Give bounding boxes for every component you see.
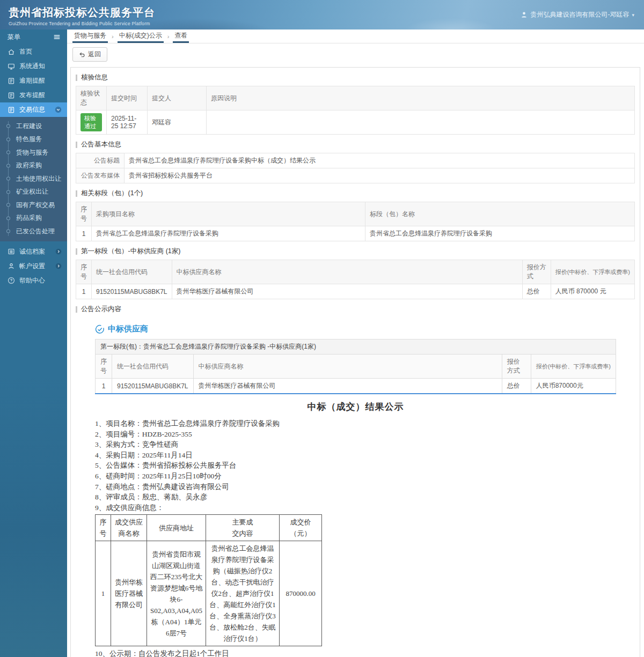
announcement-line: 8、评审成员：殷忠、蒋励、吴永彦 [95, 492, 616, 503]
sidebar-subitem-mining-rights[interactable]: 矿业权出让 [0, 186, 67, 199]
announcement-line: 9、成交供应商信息： [95, 503, 616, 513]
status-badge: 核验通过 [80, 113, 102, 131]
person-icon [8, 262, 15, 270]
sidebar-subitem-government-procurement[interactable]: 政府采购 [0, 159, 67, 173]
sidebar-subitem-drug-procurement[interactable]: 药品采购 [0, 212, 67, 225]
publication-supplier-table: 第一标段(包)：贵州省总工会息烽温泉疗养院理疗设备采购 -中标供应商(1家) 序… [95, 339, 616, 394]
section-title-basic-info: 公告基本信息 [71, 135, 640, 153]
breadcrumb-separator: › [164, 29, 173, 43]
table-row: 公告发布媒体 贵州省招标投标公共服务平台 [76, 168, 635, 183]
winning-supplier-heading: 中标供应商 [95, 320, 616, 339]
page: 贵州省招标投标公共服务平台 GuiZhou Province Tendering… [0, 0, 644, 657]
user-menu[interactable]: 贵州弘典建设咨询有限公司-邓廷容 ▾ [521, 10, 644, 19]
section-name: 贵州省总工会息烽温泉疗养院理疗设备采购 [365, 226, 635, 241]
caret-down-icon: ▾ [632, 12, 634, 18]
question-circle-icon [8, 277, 15, 284]
sidebar-subitem-goods-services[interactable]: 货物与服务 [0, 146, 67, 159]
col-header: 标段（包）名称 [365, 202, 635, 226]
back-button-label: 返回 [88, 50, 101, 59]
back-button[interactable]: 返回 [72, 47, 107, 62]
list-icon [8, 248, 15, 255]
sidebar-item-system-notice[interactable]: 系统通知 [0, 59, 67, 73]
sidebar-item-overdue-reminder[interactable]: 逾期提醒 [0, 73, 67, 88]
announcement-lines-after: 10、公示期：自公告发布之日起1个工作日11、其他补充事宜：项目用途、简要技术要… [95, 648, 616, 657]
user-name: 贵州弘典建设咨询有限公司-邓廷容 [530, 10, 629, 19]
chevron-down-circle-icon [55, 106, 62, 113]
hamburger-icon[interactable] [53, 33, 61, 41]
announcement-line: 7、磋商地点：贵州弘典建设咨询有限公司 [95, 482, 616, 492]
submit-time: 2025-11-25 12:57 [107, 110, 148, 135]
sidebar-item-publish-reminder[interactable]: 发布提醒 [0, 88, 67, 102]
menu-label: 菜单 [8, 33, 20, 42]
col-header: 中标供应商名称 [193, 355, 502, 379]
section-marker [76, 142, 77, 148]
row-index: 1 [76, 284, 92, 299]
table-row: 1 91520115MABUG8BK7L 贵州华栋医疗器械有限公司 总价 人民币… [76, 284, 635, 299]
page-title: 贵州省招标投标公共服务平台 [9, 5, 155, 20]
sidebar-item-label: 帮助中心 [19, 276, 62, 285]
col-header: 中标供应商名称 [172, 260, 522, 284]
col-header: 统一社会信用代码 [92, 260, 172, 284]
sidebar-subitem-state-property[interactable]: 国有产权交易 [0, 198, 67, 212]
section-title-publication-content: 公告公示内容 [71, 299, 640, 318]
breadcrumb-view[interactable]: 查看 [173, 29, 189, 43]
quote-value: 人民币870000元 [531, 379, 616, 394]
sidebar-item-trade-info[interactable]: 交易信息 [0, 102, 67, 117]
sidebar-item-help-center[interactable]: 帮助中心 [0, 274, 67, 288]
sidebar-subitem-engineering[interactable]: 工程建设 [0, 120, 67, 133]
sidebar-subitem-land-use-rights[interactable]: 土地使用权出让 [0, 172, 67, 186]
supplier-name: 贵州华栋医疗器械有限公司 [172, 284, 522, 299]
quote-method: 总价 [522, 284, 551, 299]
verify-table: 核验状态 提交时间 提交人 原因说明 核验通过 2025-11-25 12:57… [76, 86, 635, 135]
sidebar-filler [0, 288, 67, 657]
supplier-name: 贵州华栋医疗器械有限公司 [193, 379, 502, 394]
section-title-related-sections: 相关标段（包）(1个) [71, 183, 640, 202]
col-header: 统一社会信用代码 [112, 355, 194, 379]
breadcrumb-goods-services[interactable]: 货物与服务 [72, 29, 108, 43]
row-index: 1 [76, 226, 92, 241]
project-name: 贵州省总工会息烽温泉疗养院理疗设备采购 [92, 226, 365, 241]
credit-code: 91520115MABUG8BK7L [92, 284, 172, 299]
table-row: 1 贵州省总工会息烽温泉疗养院理疗设备采购 贵州省总工会息烽温泉疗养院理疗设备采… [76, 226, 635, 241]
content-card: 核验信息 核验状态 提交时间 提交人 原因说明 核验通过 [70, 67, 640, 657]
table-row: 1 贵州华栋医疗器械有限公司 贵州省贵阳市观山湖区观山街道西二环235号北大资源… [96, 541, 322, 646]
sidebar-item-label: 诚信档案 [19, 247, 51, 256]
brand: 贵州省招标投标公共服务平台 GuiZhou Province Tendering… [0, 3, 155, 26]
target-check-icon [95, 324, 105, 334]
sidebar-item-label: 帐户设置 [19, 262, 51, 271]
submitter: 邓廷容 [148, 110, 207, 135]
chevron-right-circle-icon [55, 263, 62, 269]
related-sections-table: 序号 采购项目名称 标段（包）名称 1 贵州省总工会息烽温泉疗养院理疗设备采购 … [76, 202, 635, 241]
winning-suppliers-table: 序号 统一社会信用代码 中标供应商名称 报价方式 报价(中标价、下浮率或费率) … [76, 260, 635, 299]
document-icon [8, 77, 15, 85]
home-icon [8, 48, 15, 56]
sidebar-item-credit-archive[interactable]: 诚信档案 [0, 245, 67, 259]
page-subtitle: GuiZhou Province Tendering and Bidding P… [9, 21, 155, 26]
announcement-title-value: 贵州省总工会息烽温泉疗养院理疗设备采购中标（成交）结果公示 [125, 153, 635, 168]
announcement-line: 1、项目名称：贵州省总工会息烽温泉疗养院理疗设备采购 [95, 418, 616, 429]
document-icon [8, 106, 15, 114]
sidebar-item-home[interactable]: 首页 [0, 45, 67, 59]
col-header: 序 号 [96, 515, 111, 541]
sidebar-item-label: 系统通知 [19, 62, 62, 71]
sidebar-menu-bar: 菜单 [0, 29, 67, 45]
section-marker [76, 306, 77, 313]
col-header: 报价方式 [502, 355, 531, 379]
sidebar-subitem-special-services[interactable]: 特色服务 [0, 133, 67, 146]
sidebar-item-label: 逾期提醒 [19, 76, 62, 85]
sidebar: 菜单 首页 系统通知 逾期提醒 [0, 29, 67, 657]
sidebar-submenu-trade-info: 工程建设 特色服务 货物与服务 政府采购 土地使用权出让 矿业权出让 国有产权交… [0, 117, 67, 241]
announcement-lines-before: 1、项目名称：贵州省总工会息烽温泉疗养院理疗设备采购2、项目编号：HDZB-20… [95, 418, 616, 513]
publish-media-value: 贵州省招标投标公共服务平台 [125, 168, 635, 183]
sidebar-item-label: 发布提醒 [19, 91, 62, 100]
section-title-winning-suppliers: 第一标段（包）-中标供应商 (1家) [71, 241, 640, 260]
back-icon [79, 51, 85, 58]
sidebar-item-account-settings[interactable]: 帐户设置 [0, 259, 67, 274]
sidebar-subitem-published-notices[interactable]: 已发公告处理 [0, 225, 67, 238]
col-header: 序号 [76, 202, 92, 226]
col-header: 序号 [76, 260, 92, 284]
app-header: 贵州省招标投标公共服务平台 GuiZhou Province Tendering… [0, 0, 644, 29]
col-header: 报价(中标价、下浮率或费率) [551, 260, 634, 284]
breadcrumb-award-publicity[interactable]: 中标(成交)公示 [118, 29, 164, 43]
credit-code: 91520115MABUG8BK7L [112, 379, 194, 394]
